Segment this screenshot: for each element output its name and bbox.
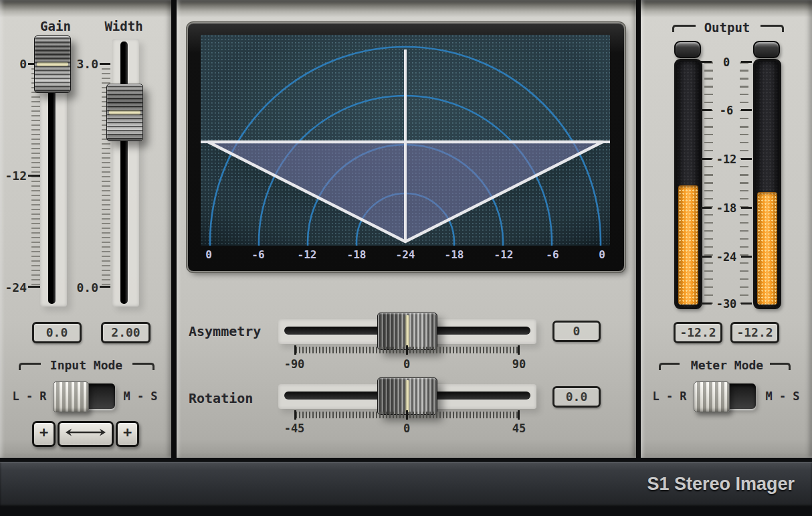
gain-scale-24: -24: [4, 280, 27, 294]
width-scale-min: 0.0: [70, 280, 98, 294]
meter-major-dash: [701, 61, 712, 63]
width-major-tick-max: [100, 63, 110, 65]
output-meter-left-fill: [678, 185, 698, 305]
width-fader-handle[interactable]: [106, 84, 143, 141]
nudge-left-button[interactable]: +: [32, 421, 56, 447]
db-scale-label: -24: [385, 248, 425, 261]
width-label: Width: [94, 19, 154, 33]
input-mode-label: Input Mode: [42, 358, 130, 372]
double-arrow-icon: [65, 428, 106, 437]
meter-major-dash: [701, 109, 712, 111]
output-label: Output: [694, 20, 760, 35]
input-mode-bracket-right: [132, 363, 155, 370]
right-panel: Output 0 -6 -12 -18 -24 -30 -12.2 -12.2: [641, 0, 812, 458]
meter-mode-right-option[interactable]: M - S: [763, 390, 803, 403]
gain-major-tick-12: [28, 175, 40, 177]
asymmetry-value-box[interactable]: 0: [552, 321, 601, 342]
meter-major-dash: [701, 303, 712, 305]
left-panel: Gain Width 0 -12 -24 3.0 0.0 0.0 2.00 In…: [0, 0, 171, 458]
stereo-vector-display: [201, 35, 610, 246]
output-bracket-right: [760, 25, 784, 32]
footer: S1 Stereo Imager: [0, 458, 812, 516]
gain-fader-handle[interactable]: [34, 35, 71, 93]
gain-label: Gain: [25, 19, 86, 33]
rotation-end-tick-left: [294, 410, 296, 420]
meter-major-dash: [741, 158, 752, 160]
output-meter-right-fill: [757, 192, 777, 305]
db-scale-label: 0: [189, 248, 229, 261]
db-scale-label: -18: [434, 248, 474, 261]
width-fader-slot[interactable]: [120, 41, 128, 304]
meter-mode-left-option[interactable]: L - R: [649, 390, 690, 403]
meter-major-dash: [701, 256, 712, 258]
asymmetry-center-tick: [406, 345, 408, 355]
db-scale-label: 0: [582, 248, 622, 261]
meter-mode-toggle[interactable]: [694, 383, 756, 409]
db-scale-label: -6: [532, 248, 573, 261]
plugin-title-bar: S1 Stereo Imager: [0, 462, 812, 507]
asymmetry-label: Asymmetry: [189, 323, 279, 339]
rotation-value-box[interactable]: 0.0: [552, 386, 601, 408]
output-meter-right: [753, 59, 781, 309]
display-db-scale: 0 -6 -12 -18 -24 -18 -12 -6 0: [201, 248, 610, 266]
meter-scale-6: -6: [706, 104, 746, 117]
gain-scale-0: 0: [4, 57, 27, 71]
rotation-tick-label-max: 45: [496, 422, 542, 435]
output-meter-left: [674, 59, 702, 309]
rotation-slider-handle[interactable]: [377, 377, 437, 415]
meter-scale-0: 0: [706, 56, 746, 69]
rotation-end-tick-right: [518, 410, 520, 420]
asymmetry-end-tick-left: [294, 345, 296, 355]
meter-major-dash: [701, 158, 712, 160]
plugin-title: S1 Stereo Imager: [647, 462, 795, 507]
meter-mode-toggle-knob[interactable]: [694, 381, 730, 412]
rotation-center-tick: [406, 410, 408, 420]
output-bracket-left: [672, 25, 696, 32]
nudge-right-button[interactable]: +: [116, 421, 139, 447]
input-mode-right-option[interactable]: M - S: [120, 390, 161, 403]
range-button[interactable]: [58, 421, 114, 447]
gain-value-box[interactable]: 0.0: [32, 322, 82, 343]
db-scale-label: -12: [287, 248, 327, 261]
meter-major-dash: [741, 256, 752, 258]
asymmetry-slider-handle[interactable]: [377, 313, 437, 350]
meter-scale-18: -18: [706, 201, 746, 215]
meter-tick-column-right: [740, 62, 748, 304]
meter-major-dash: [701, 207, 712, 209]
gain-fader-indicator-line: [37, 62, 68, 66]
right-meter-cap: [753, 41, 780, 58]
input-mode-bracket-left: [19, 363, 41, 370]
left-meter-cap: [674, 41, 701, 58]
meter-major-dash: [741, 61, 752, 63]
asymmetry-tick-label-min: -90: [271, 357, 318, 371]
rotation-handle-indicator-line: [405, 380, 409, 412]
meter-major-dash: [741, 109, 752, 111]
left-meter-value-box[interactable]: -12.2: [674, 322, 722, 343]
input-mode-left-option[interactable]: L - R: [9, 390, 49, 403]
gain-scale-12: -12: [4, 169, 27, 183]
db-scale-label: -6: [238, 248, 278, 261]
gain-major-tick-24: [28, 286, 40, 288]
rotation-label: Rotation: [189, 390, 279, 406]
meter-mode-label: Meter Mode: [680, 358, 775, 372]
meter-major-dash: [741, 207, 752, 209]
right-meter-value-box[interactable]: -12.2: [730, 322, 779, 343]
db-scale-label: -12: [484, 248, 524, 261]
input-mode-toggle[interactable]: [54, 383, 115, 409]
asymmetry-handle-indicator-line: [405, 315, 409, 347]
meter-tick-column-left: [704, 62, 713, 304]
meter-mode-bracket-right: [770, 363, 791, 370]
meter-scale-30: -30: [706, 297, 746, 311]
input-mode-toggle-knob[interactable]: [53, 381, 89, 412]
asymmetry-tick-label-mid: 0: [383, 357, 430, 371]
asymmetry-tick-label-max: 90: [496, 357, 542, 371]
width-value-box[interactable]: 2.00: [101, 322, 150, 343]
meter-scale-12: -12: [706, 153, 746, 166]
meter-major-dash: [741, 303, 752, 305]
center-panel: 0 -6 -12 -18 -24 -18 -12 -6 0 Asymmetry …: [177, 0, 636, 458]
meter-scale-24: -24: [706, 250, 746, 264]
s1-stereo-imager-window: Gain Width 0 -12 -24 3.0 0.0 0.0 2.00 In…: [0, 0, 812, 516]
stereo-display-frame: 0 -6 -12 -18 -24 -18 -12 -6 0: [188, 23, 624, 271]
width-major-tick-min: [100, 286, 110, 288]
meter-mode-bracket-left: [659, 363, 680, 370]
